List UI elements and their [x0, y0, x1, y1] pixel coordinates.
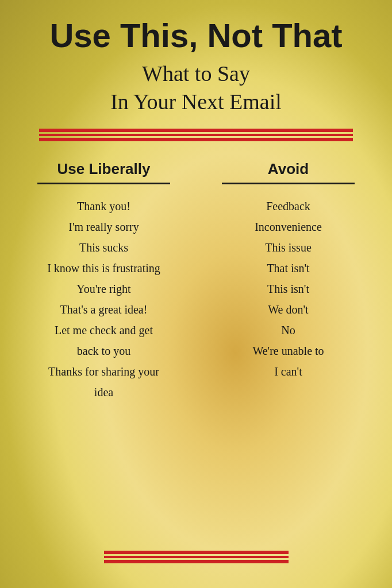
avoid-column-underline	[222, 183, 355, 184]
avoid-column-items: Feedback Inconvenience This issue That i…	[252, 196, 324, 382]
use-column: Use Liberally Thank you! I'm really sorr…	[21, 160, 187, 549]
bottom-divider-line-2	[104, 556, 289, 558]
list-item: Thank you!	[47, 196, 160, 216]
list-item: I can't	[252, 361, 324, 382]
use-column-items: Thank you! I'm really sorry This sucks I…	[47, 196, 160, 403]
bottom-divider	[104, 549, 289, 577]
bottom-divider-line-1	[104, 551, 289, 554]
list-item: We're unable to	[252, 341, 324, 361]
list-item: I'm really sorry	[47, 216, 160, 237]
subtitle: What to Say In Your Next Email	[110, 60, 282, 117]
list-item: Let me check and get	[47, 320, 160, 341]
list-item: This sucks	[47, 237, 160, 258]
avoid-column-header: Avoid	[268, 160, 309, 178]
subtitle-line2: In Your Next Email	[110, 90, 282, 114]
list-item: We don't	[252, 299, 324, 320]
list-item: I know this is frustrating	[47, 258, 160, 278]
avoid-column: Avoid Feedback Inconvenience This issue …	[205, 160, 371, 549]
divider-line-2	[39, 134, 353, 136]
list-item: That's a great idea!	[47, 299, 160, 320]
list-item: Inconvenience	[252, 216, 324, 237]
use-column-underline	[37, 183, 170, 184]
list-item: This isn't	[252, 278, 324, 299]
list-item: You're right	[47, 278, 160, 299]
subtitle-line1: What to Say	[142, 61, 250, 86]
content-columns: Use Liberally Thank you! I'm really sorr…	[11, 160, 381, 549]
list-item: idea	[47, 382, 160, 403]
top-divider	[39, 127, 353, 143]
main-title: Use This, Not That	[49, 17, 342, 54]
page-background: Use This, Not That What to Say In Your N…	[0, 0, 392, 588]
use-column-header: Use Liberally	[57, 160, 151, 178]
list-item: No	[252, 320, 324, 341]
bottom-divider-line-3	[104, 560, 289, 563]
list-item: back to you	[47, 341, 160, 361]
list-item: That isn't	[252, 258, 324, 278]
divider-line-3	[39, 138, 353, 141]
list-item: Thanks for sharing your	[47, 361, 160, 382]
divider-line-1	[39, 129, 353, 132]
list-item: Feedback	[252, 196, 324, 216]
list-item: This issue	[252, 237, 324, 258]
